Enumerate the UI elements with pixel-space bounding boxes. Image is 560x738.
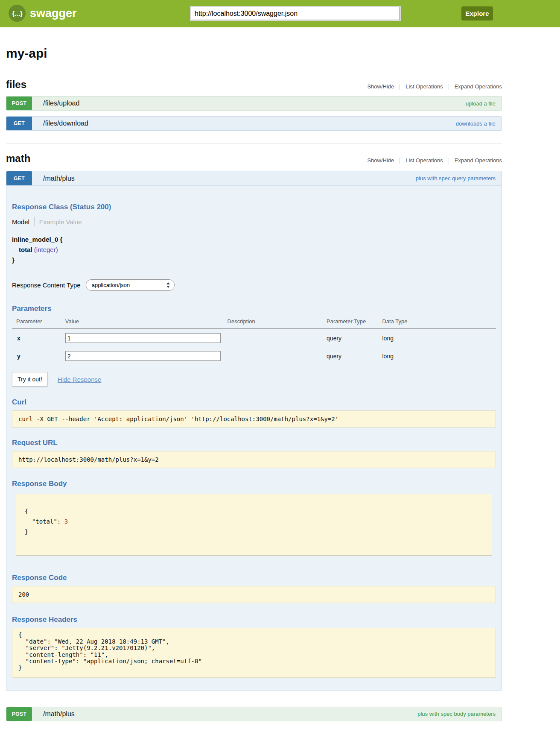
response-body-heading: Response Body [12, 480, 496, 488]
tab-example-value[interactable]: Example Value [35, 218, 82, 226]
spec-url-input[interactable] [191, 7, 400, 20]
list-operations-link[interactable]: List Operations [400, 158, 448, 164]
op-path[interactable]: /math/plus [43, 710, 75, 718]
response-class-heading: Response Class (Status 200) [12, 203, 496, 211]
param-row-y: y query long [12, 347, 496, 365]
op-row-get-math-plus[interactable]: GET /math/plus plus with spec query para… [6, 171, 502, 186]
swagger-logo[interactable]: {…} swagger [9, 5, 77, 22]
main-content: my-api files Show/Hide List Operations E… [6, 46, 502, 721]
request-url-heading: Request URL [12, 439, 496, 447]
response-headers-heading: Response Headers [12, 615, 496, 624]
tab-model[interactable]: Model [12, 218, 34, 226]
model-tabs: Model Example Value [12, 217, 496, 226]
op-row-get-files-download[interactable]: GET /files/download downloads a file [6, 116, 502, 131]
method-badge-post: POST [6, 97, 32, 110]
section-math: math Show/Hide List Operations Expand Op… [6, 152, 502, 721]
param-type: query [327, 347, 382, 365]
op-summary[interactable]: plus with spec query parameters [416, 175, 496, 182]
param-description [228, 347, 327, 365]
model-property-name: total [19, 246, 32, 253]
response-code-heading: Response Code [12, 574, 496, 582]
param-type: query [327, 329, 382, 347]
model-property: total (integer) [19, 246, 496, 253]
response-headers-json: { "date": "Wed, 22 Aug 2018 18:49:13 GMT… [18, 632, 490, 671]
op-summary[interactable]: downloads a file [456, 120, 496, 127]
param-name: y [12, 347, 65, 365]
request-url-block: http://localhost:3000/math/plus?x=1&y=2 [12, 451, 496, 468]
json-open-brace: { [25, 508, 28, 515]
method-badge-get: GET [6, 117, 32, 130]
model-property-type: (integer) [34, 246, 58, 253]
model-signature: inline_model_0 { total (integer) } [12, 236, 496, 264]
json-number-value: 3 [64, 518, 68, 525]
section-controls-files: Show/Hide List Operations Expand Operati… [362, 84, 502, 91]
param-row-x: x query long [12, 329, 496, 347]
param-data-type: long [382, 347, 496, 365]
col-parameter-type: Parameter Type [327, 315, 382, 329]
select-value: application/json [92, 282, 130, 288]
param-data-type: long [382, 329, 496, 347]
response-code-block: 200 [12, 586, 496, 603]
try-row: Try it out! Hide Response [12, 372, 496, 387]
parameters-table: Parameter Value Description Parameter Ty… [12, 315, 496, 365]
op-summary[interactable]: upload a file [466, 100, 496, 107]
response-content-type-select[interactable]: application/json [86, 279, 175, 291]
section-title-math[interactable]: math [6, 152, 30, 164]
op-path[interactable]: /files/download [43, 120, 88, 127]
response-headers-block: { "date": "Wed, 22 Aug 2018 18:49:13 GMT… [12, 628, 496, 677]
show-hide-link[interactable]: Show/Hide [362, 158, 400, 164]
model-close-brace: } [12, 256, 496, 264]
method-badge-post: POST [6, 707, 32, 721]
show-hide-link[interactable]: Show/Hide [362, 84, 400, 90]
section-head-math: math Show/Hide List Operations Expand Op… [6, 152, 502, 164]
col-parameter: Parameter [12, 315, 65, 329]
method-badge-get: GET [6, 171, 32, 185]
explore-button[interactable]: Explore [461, 6, 493, 20]
section-controls-math: Show/Hide List Operations Expand Operati… [362, 158, 502, 164]
model-name: inline_model_0 { [12, 236, 496, 243]
section-head-files: files Show/Hide List Operations Expand O… [6, 79, 502, 91]
parameters-header-row: Parameter Value Description Parameter Ty… [12, 315, 496, 329]
parameters-heading: Parameters [12, 305, 496, 313]
col-description: Description [228, 315, 327, 329]
section-divider [6, 144, 502, 144]
hide-response-link[interactable]: Hide Response [58, 376, 102, 383]
swagger-logo-text: swagger [30, 7, 77, 20]
swagger-topbar: {…} swagger Explore [0, 0, 560, 27]
list-operations-link[interactable]: List Operations [400, 84, 448, 90]
swagger-logo-icon: {…} [9, 5, 26, 22]
op-row-post-math-plus[interactable]: POST /math/plus plus with spec body para… [6, 707, 502, 721]
section-title-files[interactable]: files [6, 79, 26, 91]
op-summary[interactable]: plus with spec body parameters [417, 711, 496, 717]
curl-command-block: curl -X GET --header 'Accept: applicatio… [12, 410, 496, 428]
json-close-brace: } [25, 528, 28, 535]
page-title: my-api [6, 46, 502, 61]
col-data-type: Data Type [382, 315, 496, 329]
updown-arrows-icon [166, 282, 170, 288]
op-panel: Response Class (Status 200) Model Exampl… [6, 186, 502, 691]
param-y-input[interactable] [65, 351, 221, 361]
col-value: Value [65, 315, 228, 329]
op-path[interactable]: /files/upload [43, 100, 79, 107]
json-key: "total": [25, 518, 64, 525]
response-content-type-label: Response Content Type [12, 281, 81, 289]
op-expanded-get-math-plus: GET /math/plus plus with spec query para… [6, 171, 502, 691]
expand-operations-link[interactable]: Expand Operations [449, 84, 502, 90]
response-body-block: { "total": 3 } [16, 494, 492, 556]
swagger-logo-glyph: {…} [12, 10, 22, 17]
expand-operations-link[interactable]: Expand Operations [449, 158, 502, 164]
section-files: files Show/Hide List Operations Expand O… [6, 79, 502, 131]
response-content-type-row: Response Content Type application/json [12, 279, 496, 291]
op-path[interactable]: /math/plus [43, 175, 75, 182]
curl-heading: Curl [12, 398, 496, 407]
param-name: x [12, 329, 65, 347]
try-it-out-button[interactable]: Try it out! [12, 372, 48, 387]
param-description [228, 329, 327, 347]
op-row-post-files-upload[interactable]: POST /files/upload upload a file [6, 96, 502, 111]
param-x-input[interactable] [65, 333, 221, 343]
